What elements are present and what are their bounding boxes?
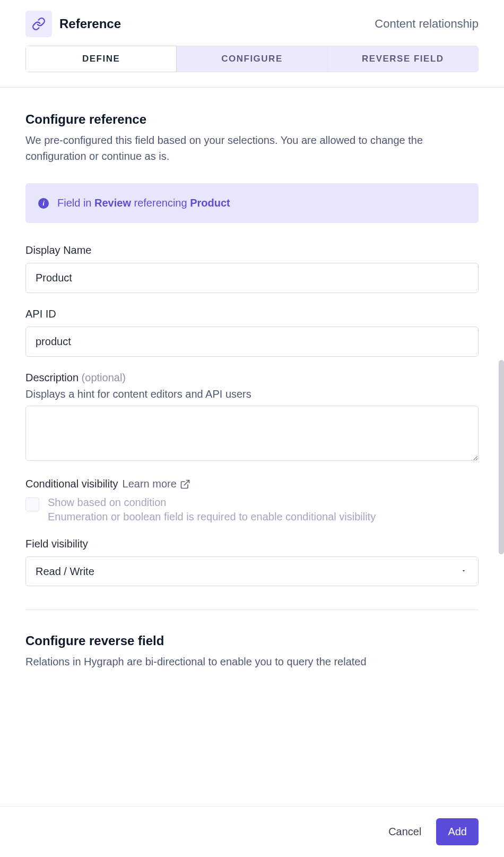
field-api-id: API ID [25, 308, 479, 357]
section-divider [25, 610, 479, 610]
checkbox-title: Show based on condition [48, 496, 479, 509]
textarea-description[interactable] [25, 406, 479, 461]
label-description-optional: (optional) [82, 372, 126, 383]
scrollbar-thumb[interactable] [499, 360, 504, 554]
section-configure-title: Configure reference [25, 112, 479, 127]
dialog-footer: Cancel Add [0, 806, 504, 857]
section-reverse-title: Configure reverse field [25, 633, 479, 648]
dialog-header: Reference Content relationship [0, 0, 504, 46]
tabs: DEFINE CONFIGURE REVERSE FIELD [25, 46, 479, 72]
info-icon: i [38, 198, 49, 209]
tab-reverse-field[interactable]: REVERSE FIELD [328, 46, 479, 72]
info-prefix: Field in [57, 197, 94, 209]
reference-icon [25, 11, 52, 37]
add-button[interactable]: Add [436, 818, 479, 845]
cancel-button[interactable]: Cancel [388, 826, 421, 838]
input-display-name[interactable] [25, 263, 479, 293]
learn-more-text: Learn more [123, 478, 177, 490]
field-conditional-visibility: Conditional visibility Learn more Show b… [25, 478, 479, 523]
field-description: Description (optional) Displays a hint f… [25, 372, 479, 463]
label-api-id: API ID [25, 308, 479, 320]
tab-configure[interactable]: CONFIGURE [177, 46, 327, 72]
input-api-id[interactable] [25, 327, 479, 357]
label-display-name: Display Name [25, 244, 479, 256]
page-title: Reference [59, 16, 121, 31]
header-left: Reference [25, 11, 121, 37]
tab-define[interactable]: DEFINE [25, 46, 177, 72]
external-link-icon [180, 479, 190, 490]
svg-line-0 [184, 480, 189, 485]
field-visibility: Field visibility Read / Write [25, 538, 479, 586]
page-subtitle: Content relationship [375, 17, 479, 31]
info-mid: referencing [131, 197, 190, 209]
section-configure-desc: We pre-configured this field based on yo… [25, 132, 479, 164]
checkbox-row-condition: Show based on condition Enumeration or b… [25, 496, 479, 523]
label-conditional-visibility: Conditional visibility [25, 478, 118, 490]
checkbox-show-on-condition[interactable] [25, 498, 39, 511]
select-field-visibility[interactable]: Read / Write [25, 556, 479, 586]
info-box: i Field in Review referencing Product [25, 183, 479, 223]
info-model-target: Product [190, 197, 230, 209]
field-display-name: Display Name [25, 244, 479, 293]
content-area: Configure reference We pre-configured th… [0, 88, 504, 733]
label-description-text: Description [25, 372, 79, 383]
hint-description: Displays a hint for content editors and … [25, 388, 479, 400]
link-learn-more[interactable]: Learn more [123, 478, 190, 490]
info-model-source: Review [94, 197, 131, 209]
section-reverse-desc: Relations in Hygraph are bi-directional … [25, 654, 479, 670]
checkbox-desc: Enumeration or boolean field is required… [48, 511, 479, 523]
label-field-visibility: Field visibility [25, 538, 479, 550]
info-text: Field in Review referencing Product [57, 197, 230, 209]
label-description: Description (optional) [25, 372, 479, 384]
